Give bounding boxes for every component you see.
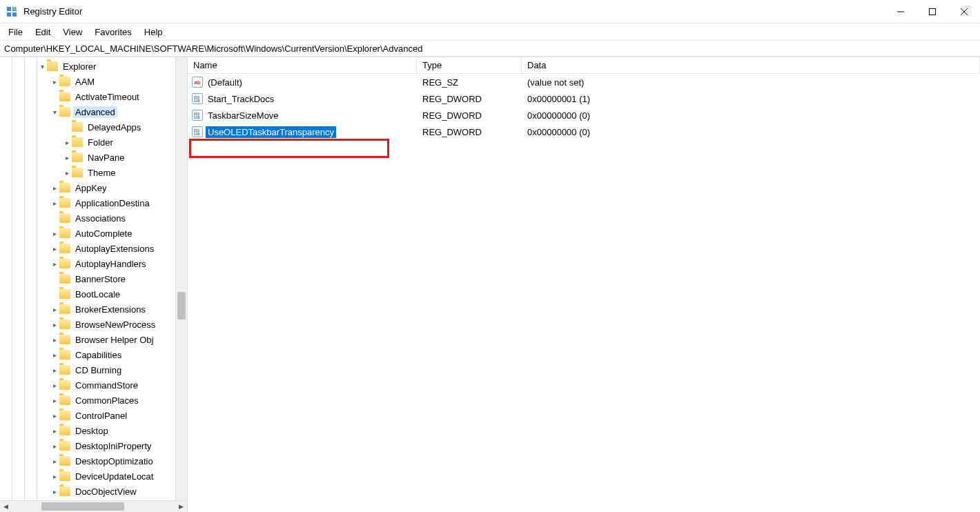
tree-item-label: DesktopIniProperty [73, 440, 154, 452]
svg-point-4 [14, 6, 17, 9]
tree-horizontal-scrollbar[interactable]: ◀ ▶ [0, 500, 187, 512]
tree-item[interactable]: ▸AAM [0, 74, 187, 89]
folder-icon [59, 107, 70, 117]
tree-item[interactable]: BootLocale [0, 286, 187, 302]
scroll-left-arrow[interactable]: ◀ [0, 501, 12, 512]
folder-icon [59, 274, 70, 284]
tree-item-label: DocObjectView [73, 486, 139, 498]
tree-item[interactable]: ▸DesktopIniProperty [0, 438, 187, 453]
value-type: REG_DWORD [417, 127, 522, 137]
minimize-button[interactable] [885, 0, 917, 23]
tree-item[interactable]: Associations [0, 210, 187, 226]
chevron-right-icon[interactable]: ▸ [50, 438, 59, 453]
folder-icon [59, 92, 70, 101]
menu-help[interactable]: Help [139, 26, 168, 39]
scrollbar-thumb[interactable] [41, 502, 124, 511]
chevron-right-icon[interactable]: ▸ [50, 256, 59, 271]
tree-item[interactable]: ▸Desktop [0, 423, 187, 438]
value-row[interactable]: 011110Start_TrackDocsREG_DWORD0x00000001… [188, 90, 980, 107]
menu-favorites[interactable]: Favorites [89, 26, 137, 39]
chevron-right-icon[interactable]: ▸ [50, 423, 59, 438]
value-name: Start_TrackDocs [206, 93, 276, 105]
tree-item[interactable]: ▸DeviceUpdateLocat [0, 469, 187, 484]
tree-scroll[interactable]: ▾Explorer▸AAMActivateTimeout▾AdvancedDel… [0, 57, 187, 500]
column-header-name[interactable]: Name [188, 57, 417, 73]
chevron-down-icon[interactable]: ▾ [50, 104, 59, 119]
chevron-none [50, 286, 59, 302]
tree-item[interactable]: ▸Theme [0, 165, 187, 180]
chevron-right-icon[interactable]: ▸ [50, 362, 59, 377]
folder-icon [59, 411, 70, 420]
chevron-right-icon[interactable]: ▸ [50, 74, 59, 89]
chevron-none [50, 210, 59, 226]
tree-item-label: ApplicationDestina [73, 197, 152, 209]
scroll-right-arrow[interactable]: ▶ [175, 501, 187, 512]
folder-icon [59, 350, 70, 360]
chevron-right-icon[interactable]: ▸ [50, 393, 59, 408]
chevron-right-icon[interactable]: ▸ [50, 317, 59, 332]
scrollbar-thumb[interactable] [177, 292, 186, 319]
value-row[interactable]: 011110TaskbarSizeMoveREG_DWORD0x00000000… [188, 107, 980, 124]
chevron-right-icon[interactable]: ▸ [50, 332, 59, 347]
tree-item[interactable]: ▸CD Burning [0, 362, 187, 377]
tree-item[interactable]: ▾Advanced [0, 104, 187, 119]
tree-item[interactable]: ▸NavPane [0, 150, 187, 165]
tree-item[interactable]: ▸ControlPanel [0, 408, 187, 423]
chevron-right-icon[interactable]: ▸ [50, 180, 59, 195]
value-row[interactable]: ab(Default)REG_SZ(value not set) [188, 74, 980, 90]
tree-item[interactable]: ▸AutoplayExtensions [0, 241, 187, 256]
tree-item[interactable]: ▸Folder [0, 135, 187, 150]
tree-item[interactable]: ▸Capabilities [0, 347, 187, 362]
tree-item[interactable]: ▸DocObjectView [0, 484, 187, 499]
tree-item[interactable]: ▸ApplicationDestina [0, 195, 187, 210]
tree-item[interactable]: ▾Explorer [0, 59, 187, 74]
svg-rect-2 [7, 12, 11, 17]
chevron-right-icon[interactable]: ▸ [62, 135, 72, 150]
tree-vertical-scrollbar[interactable] [175, 57, 187, 500]
values-list[interactable]: ab(Default)REG_SZ(value not set)011110St… [188, 74, 980, 512]
value-dw-icon: 011110 [192, 126, 203, 137]
chevron-right-icon[interactable]: ▸ [50, 226, 59, 241]
chevron-right-icon[interactable]: ▸ [50, 302, 59, 317]
maximize-button[interactable] [917, 0, 948, 23]
value-name: UseOLEDTaskbarTransparency [206, 126, 336, 138]
address-bar[interactable]: Computer\HKEY_LOCAL_MACHINE\SOFTWARE\Mic… [0, 40, 980, 57]
tree-item[interactable]: BannerStore [0, 271, 187, 286]
chevron-right-icon[interactable]: ▸ [50, 484, 59, 499]
value-row[interactable]: 011110UseOLEDTaskbarTransparencyREG_DWOR… [188, 124, 980, 140]
tree-item[interactable]: ▸AppKey [0, 180, 187, 195]
tree-item[interactable]: ▸AutoplayHandlers [0, 256, 187, 271]
tree-item[interactable]: DelayedApps [0, 119, 187, 135]
chevron-right-icon[interactable]: ▸ [50, 408, 59, 423]
chevron-right-icon[interactable]: ▸ [62, 150, 72, 165]
column-header-data[interactable]: Data [522, 57, 980, 73]
tree-item[interactable]: ▸BrowseNewProcess [0, 317, 187, 332]
annotation-highlight [189, 139, 389, 158]
chevron-right-icon[interactable]: ▸ [50, 453, 59, 469]
tree-item[interactable]: ▸CommandStore [0, 377, 187, 393]
tree-item-label: Advanced [73, 106, 117, 118]
column-header-type[interactable]: Type [417, 57, 522, 73]
close-button[interactable] [948, 0, 980, 23]
chevron-right-icon[interactable]: ▸ [50, 195, 59, 210]
tree-item[interactable]: ▸CommonPlaces [0, 393, 187, 408]
tree-item[interactable]: ▸BrokerExtensions [0, 302, 187, 317]
tree-item[interactable]: ▸DesktopOptimizatio [0, 453, 187, 469]
menu-view[interactable]: View [57, 26, 88, 39]
chevron-down-icon[interactable]: ▾ [37, 59, 47, 74]
chevron-right-icon[interactable]: ▸ [50, 241, 59, 256]
chevron-right-icon[interactable]: ▸ [50, 469, 59, 484]
tree-item-label: AppKey [73, 182, 109, 194]
value-dw-icon: 011110 [192, 93, 203, 104]
folder-icon [59, 289, 70, 299]
tree-pane: ▾Explorer▸AAMActivateTimeout▾AdvancedDel… [0, 57, 188, 512]
folder-icon [59, 198, 70, 208]
tree-item[interactable]: ▸AutoComplete [0, 226, 187, 241]
tree-item[interactable]: ▸Browser Helper Obj [0, 332, 187, 347]
chevron-right-icon[interactable]: ▸ [50, 347, 59, 362]
chevron-right-icon[interactable]: ▸ [62, 165, 72, 180]
menu-file[interactable]: File [3, 26, 28, 39]
menu-edit[interactable]: Edit [30, 26, 56, 39]
chevron-right-icon[interactable]: ▸ [50, 377, 59, 393]
tree-item[interactable]: ActivateTimeout [0, 89, 187, 104]
